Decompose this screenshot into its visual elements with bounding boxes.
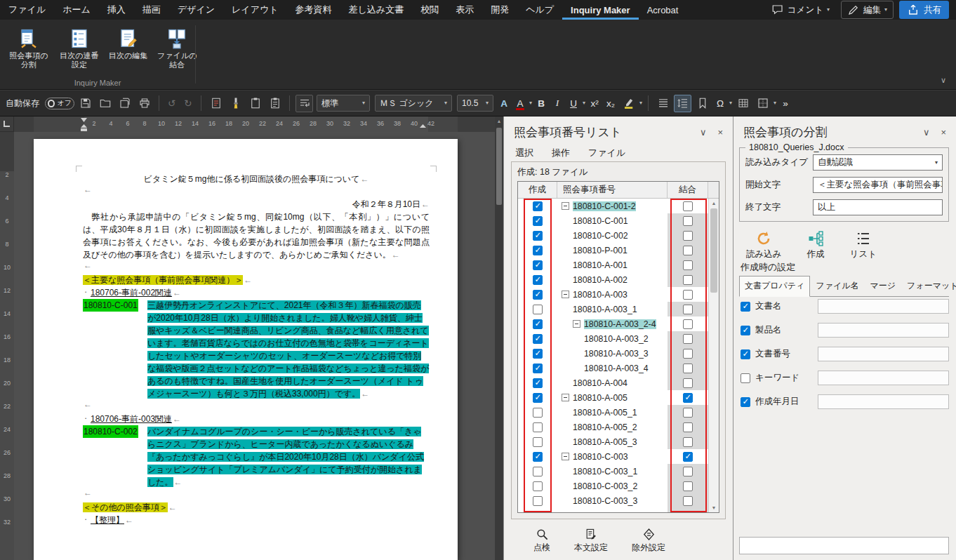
dropdown-arrow-icon[interactable]: ▾: [729, 100, 732, 106]
tree-collapse-icon[interactable]: [562, 202, 569, 210]
table-row[interactable]: 180810-P-001: [518, 243, 708, 258]
create-checkbox[interactable]: [533, 290, 543, 300]
tree-collapse-icon[interactable]: [562, 291, 569, 298]
create-checkbox[interactable]: [533, 422, 543, 432]
left-indent-marker[interactable]: [81, 128, 87, 131]
table-row[interactable]: 180810-C-003_4: [518, 508, 708, 512]
merge-checkbox[interactable]: [683, 481, 693, 491]
redo-button[interactable]: ↻: [181, 95, 195, 112]
close-icon[interactable]: ×: [941, 127, 946, 138]
property-checkbox[interactable]: [741, 349, 750, 359]
panel-menu-item-0[interactable]: 選択: [515, 147, 533, 159]
merge-checkbox[interactable]: [683, 319, 693, 329]
create-checkbox[interactable]: [533, 231, 543, 241]
property-checkbox[interactable]: [741, 397, 750, 407]
merge-checkbox[interactable]: [683, 437, 693, 447]
ribbon-tab-1[interactable]: ホーム: [54, 0, 99, 20]
table-row[interactable]: 180810-C-001: [518, 213, 708, 228]
table-row[interactable]: 180810-A-005_3: [518, 434, 708, 449]
ribbon-tab-2[interactable]: 挿入: [99, 0, 134, 20]
settings-tab-2[interactable]: マージ: [865, 276, 902, 296]
property-input[interactable]: [818, 323, 949, 338]
merge-checkbox[interactable]: [683, 422, 693, 432]
ribbon-tab-13[interactable]: Acrobat: [639, 0, 687, 20]
tree-collapse-icon[interactable]: [573, 320, 580, 328]
close-icon[interactable]: ×: [717, 127, 723, 138]
table-row[interactable]: 180810-C-001-2: [518, 199, 708, 213]
merge-checkbox[interactable]: [683, 246, 693, 255]
dropdown-arrow-icon[interactable]: ▾: [774, 100, 776, 106]
property-input[interactable]: [818, 394, 949, 409]
underline-button[interactable]: U: [566, 95, 580, 112]
table-button[interactable]: [734, 95, 752, 112]
table-row[interactable]: 180810-A-005: [518, 390, 708, 405]
field-input[interactable]: 以上: [813, 199, 943, 215]
table-row[interactable]: 180810-C-003: [518, 449, 708, 464]
ribbon-button-1[interactable]: 目次の連番設定: [56, 25, 102, 71]
merge-checkbox[interactable]: [683, 275, 693, 285]
create-checkbox[interactable]: [533, 452, 543, 462]
dropdown-arrow-icon[interactable]: ▾: [639, 100, 642, 106]
line-spacing-button[interactable]: [674, 95, 691, 112]
settings-tab-0[interactable]: 文書プロパティ: [739, 276, 810, 297]
align-justify-button[interactable]: [654, 95, 672, 112]
merge-checkbox[interactable]: [683, 364, 693, 373]
table-row[interactable]: 180810-A-003: [518, 287, 708, 302]
tab-stop-selector[interactable]: [0, 116, 14, 132]
table-row[interactable]: 180810-A-005_2: [518, 420, 708, 434]
exclude-settings-button[interactable]: 除外設定: [632, 528, 665, 554]
table-row[interactable]: 180810-A-003_3: [518, 346, 708, 361]
scroll-down-icon[interactable]: ▼: [709, 505, 719, 510]
panel-menu-item-2[interactable]: ファイル: [588, 147, 625, 159]
create-checkbox[interactable]: [533, 260, 543, 270]
undo-button[interactable]: ↺: [165, 95, 179, 112]
chevron-down-icon[interactable]: ∨: [923, 127, 930, 138]
ribbon-tab-3[interactable]: 描画: [134, 0, 169, 20]
ribbon-tab-0[interactable]: ファイル: [0, 0, 54, 20]
table-row[interactable]: 180810-C-003_2: [518, 479, 708, 493]
superscript-button[interactable]: x²: [587, 95, 602, 112]
table-row[interactable]: 180810-A-003_1: [518, 302, 708, 316]
merge-checkbox[interactable]: [683, 511, 693, 513]
text-wrap-button[interactable]: [296, 95, 313, 112]
font-size-select[interactable]: 10.5▾: [457, 95, 493, 112]
panel-menu-item-1[interactable]: 操作: [552, 147, 570, 159]
table-row[interactable]: 180810-C-003_3: [518, 493, 708, 508]
font-select[interactable]: ＭＳ ゴシック▾: [375, 95, 452, 112]
ribbon-tab-9[interactable]: 表示: [447, 0, 482, 20]
grow-font-button[interactable]: A: [497, 95, 511, 112]
create-checkbox[interactable]: [533, 467, 543, 476]
horizontal-ruler[interactable]: 24681012141618202224262830323436384042: [14, 116, 495, 132]
merge-checkbox[interactable]: [683, 201, 693, 211]
table-row[interactable]: 180810-A-005_1: [518, 405, 708, 420]
bold-button[interactable]: B: [534, 95, 548, 112]
symbol-button[interactable]: Ω: [713, 95, 727, 112]
create-checkbox[interactable]: [533, 378, 543, 388]
table-row[interactable]: 180810-A-003_2-4: [518, 316, 708, 331]
ribbon-button-3[interactable]: ファイルの結合: [154, 25, 200, 71]
merge-checkbox[interactable]: [683, 349, 693, 359]
font-color-button[interactable]: A: [513, 95, 527, 112]
ribbon-tab-8[interactable]: 校閲: [412, 0, 447, 20]
create-checkbox[interactable]: [533, 246, 543, 255]
list-button[interactable]: リスト: [850, 230, 877, 260]
create-button[interactable]: 作成: [807, 230, 825, 260]
ribbon-tab-6[interactable]: 参考資料: [287, 0, 340, 20]
merge-checkbox[interactable]: [683, 290, 693, 300]
create-checkbox[interactable]: [533, 437, 543, 447]
property-input[interactable]: [818, 371, 949, 385]
merge-checkbox[interactable]: [683, 393, 693, 403]
scrollbar-thumb[interactable]: [496, 128, 502, 205]
merge-checkbox[interactable]: [683, 452, 693, 462]
table-row[interactable]: 180810-A-003_2: [518, 331, 708, 346]
vertical-ruler[interactable]: 2468101214161820222426283032: [0, 132, 14, 560]
ribbon-tab-10[interactable]: 開発: [482, 0, 517, 20]
tree-collapse-icon[interactable]: [562, 394, 569, 401]
formatting-marks-button[interactable]: [207, 95, 225, 112]
editing-mode-button[interactable]: 編集 ▾: [841, 1, 894, 19]
property-checkbox[interactable]: [741, 302, 750, 312]
property-input[interactable]: [818, 347, 949, 361]
dropdown-arrow-icon[interactable]: ▾: [583, 100, 585, 106]
property-input[interactable]: [818, 299, 949, 314]
ribbon-tab-11[interactable]: ヘルプ: [517, 0, 562, 20]
